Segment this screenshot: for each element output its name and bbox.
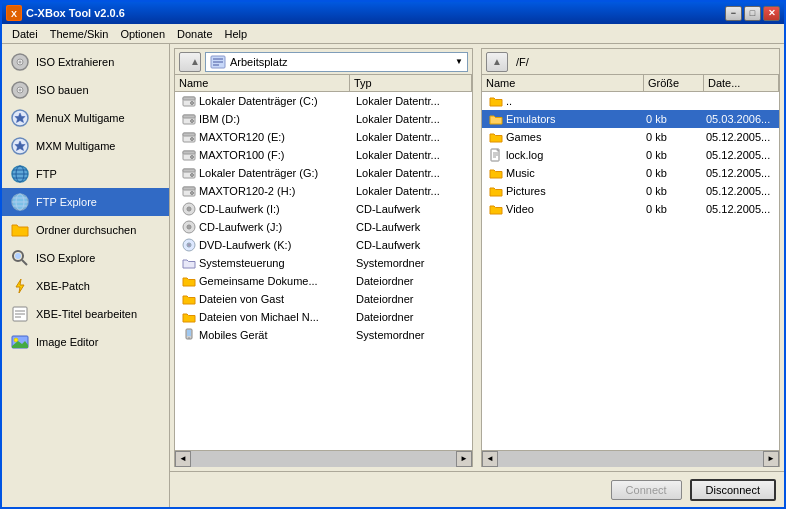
scroll-right-btn-right[interactable]: ► — [763, 451, 779, 467]
svg-point-42 — [191, 120, 194, 123]
system-folder-icon — [181, 255, 197, 271]
globe-icon — [10, 164, 30, 184]
svg-rect-50 — [183, 169, 195, 172]
table-row[interactable]: Lokaler Datenträger (C:) Lokaler Datentr… — [175, 92, 472, 110]
scroll-track-right[interactable] — [498, 451, 763, 467]
right-file-list: .. — [482, 92, 779, 450]
file-type: Dateiordner — [352, 293, 470, 305]
table-row[interactable]: .. — [482, 92, 779, 110]
table-row[interactable]: Dateien von Michael N... Dateiordner — [175, 308, 472, 326]
table-row[interactable]: Video 0 kb 05.12.2005... — [482, 200, 779, 218]
main-window: X C-XBox Tool v2.0.6 − □ ✕ Datei Theme/S… — [0, 0, 786, 509]
file-name: Games — [506, 131, 541, 143]
disconnect-button[interactable]: Disconnect — [690, 479, 776, 501]
menu-theme[interactable]: Theme/Skin — [44, 26, 115, 42]
main-content: ISO Extrahieren ISO bauen — [2, 44, 784, 507]
left-col-name[interactable]: Name — [175, 75, 350, 91]
sidebar-item-xbe-patch[interactable]: XBE-Patch — [2, 272, 169, 300]
file-name: CD-Laufwerk (I:) — [199, 203, 280, 215]
sidebar-item-iso-build[interactable]: ISO bauen — [2, 76, 169, 104]
file-name: Systemsteuerung — [199, 257, 285, 269]
window-controls: − □ ✕ — [725, 6, 780, 21]
sidebar-item-xbe-edit[interactable]: XBE-Titel bearbeiten — [2, 300, 169, 328]
disc-icon — [10, 80, 30, 100]
sidebar-item-mxm[interactable]: MXM Multigame — [2, 132, 169, 160]
menu-datei[interactable]: Datei — [6, 26, 44, 42]
table-row[interactable]: CD-Laufwerk (J:) CD-Laufwerk — [175, 218, 472, 236]
table-row[interactable]: Lokaler Datenträger (G:) Lokaler Datentr… — [175, 164, 472, 182]
file-type: Dateiordner — [352, 311, 470, 323]
close-button[interactable]: ✕ — [763, 6, 780, 21]
sidebar-item-folder-search[interactable]: Ordner durchsuchen — [2, 216, 169, 244]
file-type: CD-Laufwerk — [352, 221, 470, 233]
title-bar-left: X C-XBox Tool v2.0.6 — [6, 5, 125, 21]
right-path-text: /F/ — [512, 54, 533, 70]
scroll-left-btn-right[interactable]: ◄ — [482, 451, 498, 467]
scroll-track[interactable] — [191, 451, 456, 467]
back-button-right[interactable]: ▲ — [486, 52, 508, 72]
sidebar-label: ISO Explore — [36, 252, 95, 264]
table-row[interactable]: Mobiles Gerät Systemordner — [175, 326, 472, 344]
table-row[interactable]: CD-Laufwerk (I:) CD-Laufwerk — [175, 200, 472, 218]
drive-icon — [181, 111, 197, 127]
table-row[interactable]: MAXTOR120 (E:) Lokaler Datentr... — [175, 128, 472, 146]
file-name: Lokaler Datenträger (C:) — [199, 95, 318, 107]
table-row[interactable]: Emulators 0 kb 05.03.2006... — [482, 110, 779, 128]
right-toolbar: ▲ /F/ — [482, 49, 779, 75]
mobile-icon — [181, 327, 197, 343]
table-row[interactable]: Gemeinsame Dokume... Dateiordner — [175, 272, 472, 290]
file-type: Systemordner — [352, 257, 470, 269]
sidebar-item-iso-extract[interactable]: ISO Extrahieren — [2, 48, 169, 76]
file-name: Mobiles Gerät — [199, 329, 267, 341]
left-col-type[interactable]: Typ — [350, 75, 472, 91]
sidebar-label: Image Editor — [36, 336, 98, 348]
back-button-left[interactable]: ▲ — [179, 52, 201, 72]
left-column-headers: Name Typ — [175, 75, 472, 92]
menu-help[interactable]: Help — [219, 26, 254, 42]
right-col-date[interactable]: Date... — [704, 75, 779, 91]
dvd-icon — [181, 237, 197, 253]
sidebar-item-image-editor[interactable]: Image Editor — [2, 328, 169, 356]
svg-point-45 — [191, 138, 194, 141]
left-location-dropdown[interactable]: Arbeitsplatz ▼ — [205, 52, 468, 72]
file-name: IBM (D:) — [199, 113, 240, 125]
svg-point-51 — [191, 174, 194, 177]
sidebar-item-ftp-explore[interactable]: FTP Explore — [2, 188, 169, 216]
table-row[interactable]: MAXTOR120-2 (H:) Lokaler Datentr... — [175, 182, 472, 200]
table-row[interactable]: Music 0 kb 05.12.2005... — [482, 164, 779, 182]
file-type: Systemordner — [352, 329, 470, 341]
star-icon — [10, 108, 30, 128]
right-col-size[interactable]: Größe — [644, 75, 704, 91]
svg-point-39 — [191, 102, 194, 105]
menu-optionen[interactable]: Optionen — [114, 26, 171, 42]
sidebar-item-menux[interactable]: MenuX Multigame — [2, 104, 169, 132]
file-name: Music — [506, 167, 535, 179]
maximize-button[interactable]: □ — [744, 6, 761, 21]
file-icon — [488, 147, 504, 163]
file-type: Dateiordner — [352, 275, 470, 287]
table-row[interactable]: IBM (D:) Lokaler Datentr... — [175, 110, 472, 128]
table-row[interactable]: Pictures 0 kb 05.12.2005... — [482, 182, 779, 200]
scroll-right-btn[interactable]: ► — [456, 451, 472, 467]
connect-button[interactable]: Connect — [611, 480, 682, 500]
table-row[interactable]: Dateien von Gast Dateiordner — [175, 290, 472, 308]
svg-rect-53 — [183, 187, 195, 190]
table-row[interactable]: MAXTOR100 (F:) Lokaler Datentr... — [175, 146, 472, 164]
table-row[interactable]: Games 0 kb 05.12.2005... — [482, 128, 779, 146]
minimize-button[interactable]: − — [725, 6, 742, 21]
sidebar-item-iso-explore[interactable]: ISO Explore — [2, 244, 169, 272]
table-row[interactable]: Systemsteuerung Systemordner — [175, 254, 472, 272]
table-row[interactable]: DVD-Laufwerk (K:) CD-Laufwerk — [175, 236, 472, 254]
left-scrollbar[interactable]: ◄ ► — [175, 450, 472, 466]
right-col-name[interactable]: Name — [482, 75, 644, 91]
sidebar-item-ftp[interactable]: FTP — [2, 160, 169, 188]
file-type: Lokaler Datentr... — [352, 149, 470, 161]
folder-icon — [181, 291, 197, 307]
file-size: 0 kb — [642, 203, 702, 215]
right-scrollbar[interactable]: ◄ ► — [482, 450, 779, 466]
sidebar-label: MXM Multigame — [36, 140, 115, 152]
scroll-left-btn[interactable]: ◄ — [175, 451, 191, 467]
table-row[interactable]: lock.log 0 kb 05.12.2005... — [482, 146, 779, 164]
menu-donate[interactable]: Donate — [171, 26, 218, 42]
file-date: 05.03.2006... — [702, 113, 777, 125]
